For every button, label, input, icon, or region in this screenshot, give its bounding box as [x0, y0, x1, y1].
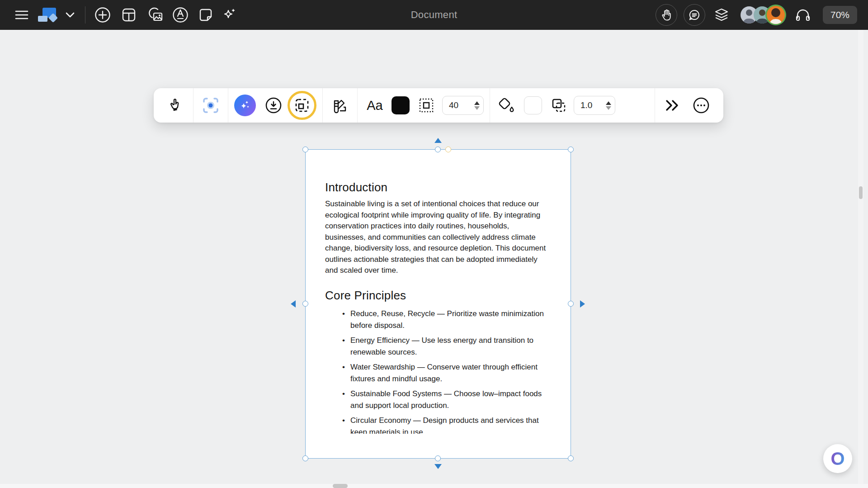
- horizontal-scrollbar-thumb[interactable]: [333, 484, 348, 488]
- template-layout-icon[interactable]: [119, 5, 139, 25]
- opacity-stepper[interactable]: [606, 101, 611, 110]
- font-size-value: 40: [449, 100, 474, 110]
- hamburger-menu-icon[interactable]: [12, 5, 32, 25]
- comments-icon[interactable]: [684, 4, 705, 26]
- bullet-text: Energy Efficiency — Use less energy and …: [350, 335, 552, 358]
- resize-frame-highlight-ring[interactable]: [288, 91, 316, 120]
- principles-heading: Core Principles: [325, 289, 552, 303]
- logo-shape-small-rect: [38, 16, 47, 22]
- toolbar-right-group: [649, 88, 712, 123]
- ai-sparkles-icon[interactable]: [220, 5, 240, 25]
- expand-left-arrow[interactable]: [291, 300, 296, 308]
- bullet-dot: •: [342, 361, 350, 385]
- bullet-text: Water Stewardship — Conserve water throu…: [350, 361, 552, 385]
- document-text-block[interactable]: Introduction Sustainable living is a set…: [306, 150, 571, 434]
- style-swatches-icon[interactable]: [329, 93, 351, 118]
- add-plus-circle-icon[interactable]: [93, 5, 113, 25]
- font-size-input[interactable]: 40: [442, 96, 484, 115]
- focus-frame-icon[interactable]: [199, 93, 222, 118]
- topbar: Document 70%: [0, 0, 868, 30]
- toolbar-divider: [490, 88, 490, 123]
- toolbar-divider: [357, 88, 358, 123]
- topbar-right-group: 70%: [649, 0, 868, 30]
- intro-heading: Introduction: [325, 180, 552, 194]
- fill-bucket-icon[interactable]: [496, 93, 519, 118]
- expand-up-arrow[interactable]: [434, 138, 442, 143]
- expand-right-arrow[interactable]: [580, 300, 585, 308]
- pan-hand-icon[interactable]: [656, 4, 677, 26]
- toolbar-divider: [322, 88, 323, 123]
- selection-handle-bottom-right[interactable]: [568, 455, 574, 461]
- vertical-scrollbar-thumb[interactable]: [859, 186, 863, 199]
- stepper-up-icon[interactable]: [474, 101, 480, 105]
- document-title[interactable]: Document: [411, 0, 458, 30]
- fill-color-swatch[interactable]: [524, 96, 542, 114]
- collaborator-avatars: [741, 6, 785, 24]
- list-item: • Sustainable Food Systems — Choose low–…: [342, 388, 552, 412]
- list-item: • Water Stewardship — Conserve water thr…: [342, 361, 552, 385]
- stepper-down-icon[interactable]: [606, 106, 611, 110]
- layers-icon[interactable]: [712, 5, 731, 25]
- selection-handle-right-mid[interactable]: [568, 301, 574, 307]
- list-item: • Energy Efficiency — Use less energy an…: [342, 335, 552, 358]
- horizontal-scrollbar-track[interactable]: [0, 484, 868, 488]
- selection-handle-bottom-left[interactable]: [302, 455, 308, 461]
- stepper-down-icon[interactable]: [474, 106, 480, 110]
- opacity-value: 1.0: [580, 100, 606, 110]
- avatar[interactable]: [767, 6, 785, 24]
- intro-paragraph: Sustainable living is a set of intention…: [325, 199, 552, 276]
- replace-image-icon[interactable]: [145, 5, 165, 25]
- ai-sparkles-button[interactable]: [234, 95, 256, 116]
- floating-toolbar: Aa 40 1.0: [154, 88, 723, 123]
- list-item: • Reduce, Reuse, Recycle — Prioritize wa…: [342, 308, 552, 332]
- headphones-icon[interactable]: [793, 5, 813, 25]
- vertical-scrollbar-track[interactable]: [858, 30, 863, 484]
- selection-handle-bottom-mid[interactable]: [435, 455, 441, 461]
- more-options-icon[interactable]: [690, 93, 712, 118]
- chevron-down-icon[interactable]: [62, 5, 78, 25]
- selection-handle-corner-radius[interactable]: [445, 147, 451, 152]
- bullet-dot: •: [342, 415, 350, 434]
- toolbar-divider: [655, 88, 655, 123]
- selection-handle-top-right[interactable]: [568, 147, 574, 152]
- sticky-note-icon[interactable]: [196, 5, 216, 25]
- app-logo-icon[interactable]: [38, 6, 61, 24]
- topbar-divider: [85, 6, 85, 24]
- download-icon[interactable]: [262, 93, 285, 118]
- stepper-up-icon[interactable]: [606, 101, 611, 105]
- select-pointer-icon[interactable]: [165, 93, 187, 118]
- assistant-logo: O: [830, 450, 844, 468]
- opacity-input[interactable]: 1.0: [574, 96, 615, 115]
- selection-handle-left-mid[interactable]: [302, 301, 308, 307]
- padding-dashed-icon[interactable]: [415, 93, 438, 118]
- zoom-level-badge[interactable]: 70%: [823, 6, 857, 24]
- toolbar-divider: [228, 88, 228, 123]
- bullet-dot: •: [342, 308, 350, 332]
- list-item: • Circular Economy — Design products and…: [342, 415, 552, 434]
- expand-down-arrow[interactable]: [434, 464, 442, 469]
- bullet-text: Sustainable Food Systems — Choose low–im…: [350, 388, 552, 412]
- bullet-dot: •: [342, 388, 350, 412]
- resize-frame-icon: [294, 98, 310, 113]
- expand-chevrons-icon[interactable]: [661, 93, 684, 118]
- text-style-label: Aa: [364, 98, 385, 113]
- document-shape[interactable]: Introduction Sustainable living is a set…: [305, 149, 571, 459]
- font-size-stepper[interactable]: [474, 101, 480, 110]
- draw-pen-icon[interactable]: [170, 5, 190, 25]
- toolbar-divider: [193, 88, 193, 123]
- bullet-dot: •: [342, 335, 350, 358]
- topbar-left-group: [0, 0, 240, 30]
- selection-handle-top-mid[interactable]: [435, 147, 441, 152]
- text-style-button[interactable]: Aa: [363, 93, 386, 118]
- selection-handle-top-left[interactable]: [302, 147, 308, 152]
- principles-bullet-list: • Reduce, Reuse, Recycle — Prioritize wa…: [325, 308, 552, 434]
- text-color-swatch[interactable]: [392, 96, 410, 114]
- opacity-squares-icon[interactable]: [547, 93, 570, 118]
- bullet-text: Reduce, Reuse, Recycle — Prioritize wast…: [350, 308, 552, 332]
- bullet-text: Circular Economy — Design products and s…: [350, 415, 552, 434]
- assistant-button[interactable]: O: [823, 444, 852, 473]
